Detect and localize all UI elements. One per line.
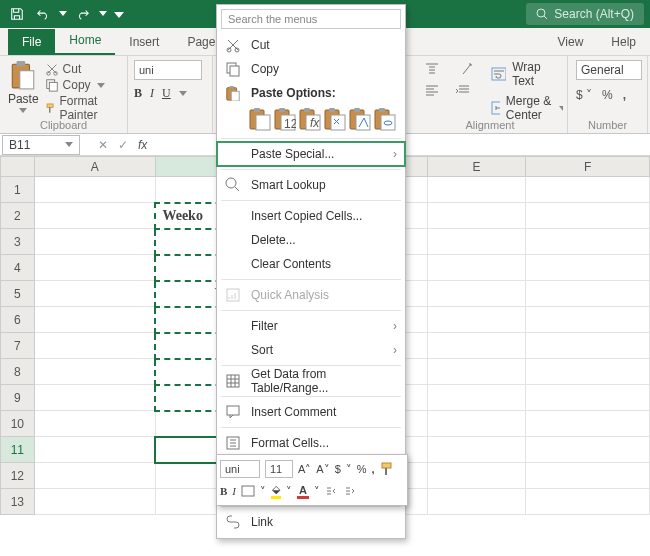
ctx-clear-contents[interactable]: Clear Contents [217, 252, 405, 276]
format-painter-icon[interactable] [380, 462, 394, 476]
comma-button[interactable]: , [623, 88, 626, 102]
svg-point-39 [226, 178, 236, 188]
mini-currency[interactable]: $ [335, 463, 341, 475]
mini-increase-decimal-icon[interactable] [344, 485, 358, 497]
cancel-icon[interactable]: ✕ [98, 138, 108, 152]
enter-icon[interactable]: ✓ [118, 138, 128, 152]
ctx-search[interactable]: Search the menus [221, 9, 401, 29]
mini-borders-icon[interactable] [241, 485, 255, 497]
col-hdr-a[interactable]: A [34, 157, 155, 177]
number-format-box[interactable]: General [576, 60, 642, 80]
align-left-icon[interactable] [425, 84, 439, 96]
tab-file[interactable]: File [8, 29, 55, 55]
group-font: uni B I U [128, 56, 213, 133]
name-box[interactable]: B11 [2, 135, 80, 155]
svg-rect-26 [304, 108, 310, 112]
mini-percent[interactable]: % [357, 463, 367, 475]
tab-help[interactable]: Help [597, 29, 650, 55]
select-all-corner[interactable] [1, 157, 35, 177]
wrap-text-button[interactable]: Wrap Text [491, 60, 563, 88]
paste-opt-values[interactable]: 123 [274, 107, 296, 131]
mini-decrease-decimal-icon[interactable] [325, 485, 339, 497]
svg-rect-22 [279, 108, 285, 112]
currency-button[interactable]: $ ˅ [576, 88, 592, 102]
search-box[interactable]: Search (Alt+Q) [526, 3, 644, 25]
align-top-icon[interactable] [425, 63, 439, 75]
col-hdr-e[interactable]: E [427, 157, 526, 177]
paste-opt-formatting[interactable] [349, 107, 371, 131]
italic-button[interactable]: I [150, 86, 154, 101]
tab-insert[interactable]: Insert [115, 29, 173, 55]
paste-button[interactable]: Paste [6, 60, 41, 122]
cut-button[interactable]: Cut [45, 62, 121, 76]
mini-fill-icon[interactable]: ⬙ [271, 483, 281, 499]
svg-text:fx: fx [310, 116, 320, 130]
mini-font-name[interactable]: uni [220, 460, 260, 478]
svg-text:123: 123 [284, 117, 296, 131]
mini-comma[interactable]: , [372, 463, 375, 475]
ctx-format-cells[interactable]: Format Cells... [217, 431, 405, 455]
ctx-get-data[interactable]: Get Data from Table/Range... [217, 369, 405, 393]
paste-opt-formulas[interactable]: fx [299, 107, 321, 131]
undo-icon[interactable] [32, 3, 54, 25]
svg-rect-37 [381, 115, 395, 130]
svg-rect-40 [227, 289, 239, 301]
font-name-box[interactable]: uni [134, 60, 202, 80]
ctx-link[interactable]: Link [217, 510, 405, 534]
ctx-copy[interactable]: Copy [217, 57, 405, 81]
increase-font-icon[interactable]: A˄ [298, 463, 311, 476]
svg-rect-33 [354, 108, 360, 112]
save-icon[interactable] [6, 3, 28, 25]
svg-rect-44 [382, 463, 391, 468]
group-alignment: Wrap Text Merge & Center Alignment [413, 56, 568, 133]
orientation-icon[interactable] [461, 62, 473, 76]
mini-font-size[interactable]: 11 [265, 460, 293, 478]
mini-italic[interactable]: I [232, 485, 236, 497]
fx-icon[interactable]: fx [138, 138, 147, 152]
svg-rect-14 [230, 66, 239, 76]
col-hdr-f[interactable]: F [526, 157, 650, 177]
ctx-cut[interactable]: Cut [217, 33, 405, 57]
svg-rect-16 [229, 86, 233, 89]
search-placeholder: Search (Alt+Q) [554, 7, 634, 21]
svg-rect-3 [20, 71, 34, 89]
underline-button[interactable]: U [162, 86, 171, 101]
chevron-right-icon: › [393, 343, 397, 357]
ctx-smart-lookup[interactable]: Smart Lookup [217, 173, 405, 197]
mini-bold[interactable]: B [220, 485, 227, 497]
paste-options-row: 123 fx [217, 105, 405, 135]
svg-rect-8 [47, 104, 53, 107]
redo-icon[interactable] [72, 3, 94, 25]
mini-toolbar: uni 11 A˄ A˅ $˅ % , B I ˅ ⬙˅ A˅ [216, 454, 408, 506]
copy-button[interactable]: Copy [45, 78, 121, 92]
ctx-paste-options-header: Paste Options: [217, 81, 405, 105]
svg-rect-19 [254, 108, 260, 112]
svg-rect-45 [242, 486, 254, 496]
format-painter-button[interactable]: Format Painter [45, 94, 121, 122]
percent-button[interactable]: % [602, 88, 613, 102]
ctx-filter[interactable]: Filter› [217, 314, 405, 338]
ctx-sort[interactable]: Sort› [217, 338, 405, 362]
bold-button[interactable]: B [134, 86, 142, 101]
chevron-right-icon: › [393, 147, 397, 161]
merge-center-button[interactable]: Merge & Center [491, 94, 563, 122]
tab-view[interactable]: View [544, 29, 598, 55]
ctx-paste-special[interactable]: Paste Special...› [217, 142, 405, 166]
svg-rect-41 [227, 375, 239, 387]
ctx-delete[interactable]: Delete... [217, 228, 405, 252]
svg-rect-20 [256, 115, 270, 130]
paste-opt-transpose[interactable] [324, 107, 346, 131]
svg-rect-17 [231, 91, 239, 101]
svg-rect-36 [379, 108, 385, 112]
paste-opt-all[interactable] [249, 107, 271, 131]
decrease-font-icon[interactable]: A˅ [316, 463, 329, 476]
group-clipboard: Paste Cut Copy Format Painter Clipboard [0, 56, 128, 133]
tab-home[interactable]: Home [55, 27, 115, 55]
svg-rect-30 [329, 108, 335, 112]
paste-opt-link[interactable] [374, 107, 396, 131]
mini-font-color-icon[interactable]: A [297, 484, 309, 499]
indent-icon[interactable] [455, 84, 469, 96]
ctx-insert-copied[interactable]: Insert Copied Cells... [217, 204, 405, 228]
svg-rect-34 [356, 115, 370, 130]
ctx-insert-comment[interactable]: Insert Comment [217, 400, 405, 424]
